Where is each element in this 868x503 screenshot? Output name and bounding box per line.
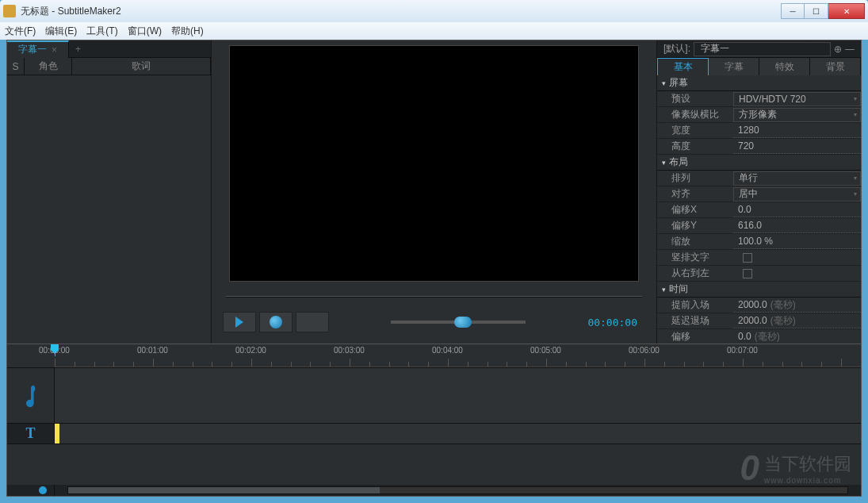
subtitle-tab[interactable]: 字幕一 × [7, 40, 69, 58]
rtl-checkbox[interactable] [743, 269, 752, 278]
ruler-label: 00:02:00 [235, 346, 266, 355]
prein-input[interactable]: 2000.0(毫秒) [733, 298, 861, 313]
subtitle-track-head[interactable]: T [7, 424, 55, 443]
prop-toffset: 偏移 0.0(毫秒) [657, 329, 861, 344]
tab-fx[interactable]: 特效 [759, 58, 810, 75]
prop-postout: 延迟退场 2000.0(毫秒) [657, 313, 861, 329]
prop-aspect: 像素纵横比 方形像素 [657, 107, 861, 123]
text-icon: T [25, 425, 35, 442]
h-scrollbar[interactable] [67, 486, 848, 494]
section-time[interactable]: 时间 [657, 282, 861, 298]
audio-track-body[interactable] [55, 368, 861, 423]
postout-input[interactable]: 2000.0(毫秒) [733, 314, 861, 328]
left-tabs: 字幕一 × + [7, 40, 211, 58]
menu-window[interactable]: 窗口(W) [128, 25, 162, 38]
remove-property-button[interactable]: — [845, 44, 855, 55]
menu-help[interactable]: 帮助(H) [171, 25, 204, 38]
preset-dropdown[interactable]: HDV/HDTV 720 [733, 92, 861, 106]
minimize-button[interactable]: ─ [781, 3, 805, 19]
menubar: 文件(F) 编辑(E) 工具(T) 窗口(W) 帮助(H) [0, 22, 868, 40]
ruler-label: 00:01:00 [137, 346, 168, 355]
ruler-label: 00:06:00 [629, 346, 660, 355]
col-role[interactable]: 角色 [25, 58, 72, 75]
video-preview[interactable] [229, 45, 639, 282]
lyrics-header: S 角色 歌词 [7, 58, 211, 75]
music-note-icon [21, 382, 40, 409]
prop-arrange: 排列 单行 [657, 171, 861, 186]
timeline-ruler[interactable]: 00:00:0000:01:0000:02:0000:03:0000:04:00… [7, 344, 861, 368]
tab-subtitle[interactable]: 字幕 [709, 58, 759, 75]
timeline-scrollbar [7, 485, 861, 496]
app-area: 字幕一 × + S 角色 歌词 00:00:00 [6, 40, 862, 497]
seekbar[interactable] [212, 286, 656, 304]
prop-vertical: 竖排文字 [657, 250, 861, 266]
prop-offsetx: 偏移X 0.0 [657, 202, 861, 218]
seek-track[interactable] [226, 296, 642, 298]
add-tab-button[interactable]: + [69, 44, 87, 55]
subtitle-track-body[interactable] [55, 424, 861, 443]
scale-input[interactable]: 100.0 % [733, 235, 861, 249]
menu-file[interactable]: 文件(F) [5, 25, 36, 38]
preview-panel: 00:00:00 [212, 40, 656, 344]
transport-bar: 00:00:00 [223, 310, 645, 334]
prop-height: 高度 720 [657, 139, 861, 155]
play-icon [235, 317, 243, 328]
app-icon [3, 5, 16, 17]
prop-prein: 提前入场 2000.0(毫秒) [657, 298, 861, 313]
ruler-label: 00:04:00 [432, 346, 463, 355]
record-button[interactable] [259, 312, 293, 332]
properties-panel: [默认]: 字幕一 ⊕ — 基本 字幕 特效 背景 屏幕 预设 HDV/HDTV… [656, 40, 861, 344]
play-button[interactable] [223, 312, 256, 332]
close-button[interactable]: ✕ [828, 3, 865, 19]
aspect-dropdown[interactable]: 方形像素 [733, 108, 861, 122]
selection-dropdown[interactable]: 字幕一 [694, 42, 831, 56]
prop-align: 对齐 居中 [657, 186, 861, 202]
volume-slider[interactable] [391, 321, 526, 324]
zoom-control[interactable] [7, 485, 55, 496]
record-icon [270, 316, 282, 328]
stop-button[interactable] [296, 312, 329, 332]
add-property-button[interactable]: ⊕ [834, 44, 842, 55]
height-input[interactable]: 720 [733, 140, 861, 154]
offsetx-input[interactable]: 0.0 [733, 203, 861, 217]
audio-track-head[interactable] [7, 368, 55, 423]
default-label: [默认]: [663, 42, 690, 56]
zoom-thumb[interactable] [39, 486, 47, 494]
ruler-label: 00:03:00 [334, 346, 365, 355]
section-layout[interactable]: 布局 [657, 155, 861, 171]
prop-scale: 缩放 100.0 % [657, 234, 861, 250]
tab-bg[interactable]: 背景 [810, 58, 861, 75]
align-dropdown[interactable]: 居中 [733, 187, 861, 202]
subtitle-tab-label: 字幕一 [18, 43, 47, 56]
col-s[interactable]: S [7, 58, 25, 75]
window-controls: ─ ☐ ✕ [781, 3, 865, 19]
timecode: 00:00:00 [587, 317, 637, 328]
properties-header: [默认]: 字幕一 ⊕ — [657, 40, 861, 58]
menu-tools[interactable]: 工具(T) [86, 25, 117, 38]
menu-edit[interactable]: 编辑(E) [45, 25, 77, 38]
vertical-checkbox[interactable] [743, 253, 752, 263]
close-tab-icon[interactable]: × [52, 44, 57, 56]
prop-offsety: 偏移Y 616.0 [657, 218, 861, 234]
left-panel: 字幕一 × + S 角色 歌词 [7, 40, 212, 344]
offsety-input[interactable]: 616.0 [733, 219, 861, 233]
ruler-label: 00:07:00 [727, 346, 758, 355]
properties-tabs: 基本 字幕 特效 背景 [657, 58, 861, 75]
ruler-label: 00:05:00 [530, 346, 561, 355]
maximize-button[interactable]: ☐ [805, 3, 828, 19]
playhead[interactable] [55, 344, 55, 356]
tab-basic[interactable]: 基本 [657, 58, 709, 75]
subtitle-clip[interactable] [55, 424, 59, 443]
subtitle-track: T [7, 424, 861, 444]
arrange-dropdown[interactable]: 单行 [733, 171, 861, 186]
h-scroll-thumb[interactable] [68, 487, 380, 493]
titlebar: 无标题 - SubtitleMaker2 ─ ☐ ✕ [0, 0, 868, 22]
audio-track [7, 368, 861, 424]
toffset-input[interactable]: 0.0(毫秒) [733, 330, 861, 344]
timeline-panel: 00:00:0000:01:0000:02:0000:03:0000:04:00… [7, 344, 861, 496]
volume-thumb[interactable] [454, 317, 472, 328]
width-input[interactable]: 1280 [733, 124, 861, 138]
col-lyrics[interactable]: 歌词 [72, 58, 211, 75]
section-screen[interactable]: 屏幕 [657, 75, 861, 91]
prop-rtl: 从右到左 [657, 266, 861, 282]
